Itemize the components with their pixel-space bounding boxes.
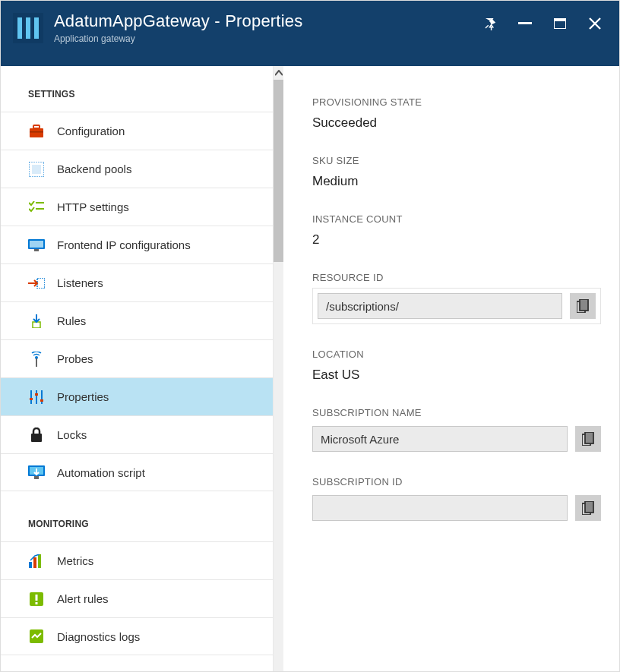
resource-id-field[interactable] [318, 293, 562, 319]
sidebar-item-alert-rules[interactable]: Alert rules [1, 579, 273, 617]
appgateway-logo-icon [11, 11, 45, 45]
sidebar-item-rules[interactable]: Rules [1, 301, 273, 339]
copy-subscription-name-button[interactable] [575, 426, 601, 452]
sidebar-item-label: Configuration [57, 125, 125, 137]
sidebar-item-label: Properties [57, 390, 109, 403]
maximize-button[interactable] [549, 13, 571, 34]
page-title: AdatumAppGateway - Properties [54, 11, 479, 31]
svg-rect-6 [554, 18, 566, 21]
copy-resource-id-button[interactable] [570, 293, 596, 319]
prop-label: PROVISIONING STATE [312, 96, 601, 108]
alert-icon [28, 591, 45, 607]
svg-rect-1 [17, 17, 22, 39]
svg-rect-31 [29, 562, 32, 568]
section-label-settings: SETTINGS [1, 89, 273, 112]
download-script-icon [28, 464, 45, 481]
lock-icon [28, 427, 45, 443]
header-title-block: AdatumAppGateway - Properties Applicatio… [45, 11, 479, 44]
pin-button[interactable] [479, 13, 501, 34]
sidebar-scrollbar[interactable] [273, 66, 283, 671]
sidebar-wrap: SETTINGS Configuration Backend pools [1, 66, 283, 671]
svg-rect-32 [33, 557, 36, 568]
sidebar-item-diagnostics-logs[interactable]: Diagnostics logs [1, 617, 273, 655]
checklist-icon [28, 199, 45, 216]
prop-instance-count: INSTANCE COUNT 2 [312, 213, 601, 248]
sidebar-item-label: Alert rules [57, 592, 109, 605]
copy-icon [577, 299, 589, 313]
copy-subscription-id-button[interactable] [575, 495, 601, 521]
sidebar-item-metrics[interactable]: Metrics [1, 541, 273, 579]
subscription-id-field[interactable] [312, 495, 568, 521]
copy-icon [582, 432, 594, 446]
svg-rect-13 [36, 208, 44, 210]
prop-label: SKU SIZE [312, 155, 601, 166]
svg-rect-8 [33, 125, 40, 128]
svg-rect-17 [37, 278, 45, 289]
sidebar-item-label: Listeners [57, 276, 103, 289]
sidebar-item-automation-script[interactable]: Automation script [1, 453, 273, 491]
sidebar-item-properties[interactable]: Properties [1, 377, 273, 415]
svg-rect-2 [26, 17, 30, 39]
svg-rect-41 [585, 432, 593, 443]
sidebar-item-configuration[interactable]: Configuration [1, 112, 273, 150]
sidebar-item-locks[interactable]: Locks [1, 415, 273, 453]
monitor-icon [28, 237, 45, 254]
svg-rect-35 [36, 595, 38, 601]
flow-in-icon [28, 275, 45, 292]
svg-rect-3 [34, 17, 39, 39]
prop-value: Medium [312, 174, 601, 189]
receive-icon [28, 313, 45, 330]
svg-rect-25 [35, 393, 38, 396]
svg-rect-20 [36, 358, 37, 367]
svg-rect-33 [38, 554, 41, 568]
sidebar-item-label: Locks [57, 428, 87, 441]
prop-value: Succeeded [312, 115, 601, 131]
prop-label: INSTANCE COUNT [312, 213, 601, 225]
antenna-icon [28, 351, 45, 368]
prop-label: SUBSCRIPTION NAME [312, 407, 601, 418]
diagnostics-icon [28, 628, 45, 645]
svg-rect-39 [580, 299, 588, 311]
scroll-up-icon[interactable] [274, 66, 283, 80]
prop-location: LOCATION East US [312, 349, 601, 383]
svg-rect-30 [34, 476, 39, 479]
window-controls [479, 11, 610, 34]
sidebar-item-backend-pools[interactable]: Backend pools [1, 150, 273, 188]
prop-subscription-id: SUBSCRIPTION ID [312, 476, 601, 521]
sliders-icon [28, 389, 45, 405]
sidebar-item-label: Rules [57, 314, 86, 327]
svg-rect-26 [40, 399, 43, 402]
properties-pane: PROVISIONING STATE Succeeded SKU SIZE Me… [283, 66, 619, 671]
prop-provisioning-state: PROVISIONING STATE Succeeded [312, 96, 601, 131]
sidebar-item-label: Probes [57, 352, 93, 365]
briefcase-icon [28, 123, 45, 140]
prop-sku-size: SKU SIZE Medium [312, 155, 601, 189]
sidebar-item-label: Frontend IP configurations [57, 238, 191, 251]
scroll-thumb[interactable] [274, 80, 283, 262]
prop-label: LOCATION [312, 349, 601, 360]
svg-rect-11 [32, 165, 41, 174]
prop-value: East US [312, 368, 601, 383]
blade-header: AdatumAppGateway - Properties Applicatio… [1, 1, 619, 66]
svg-rect-15 [30, 241, 43, 248]
section-label-monitoring: MONITORING [1, 519, 273, 541]
copy-icon [582, 501, 594, 515]
sidebar-item-probes[interactable]: Probes [1, 339, 273, 377]
sidebar-item-frontend-ip[interactable]: Frontend IP configurations [1, 226, 273, 263]
sidebar: SETTINGS Configuration Backend pools [1, 66, 273, 671]
svg-rect-16 [34, 249, 39, 251]
sidebar-item-http-settings[interactable]: HTTP settings [1, 188, 273, 226]
page-subtitle: Application gateway [54, 33, 479, 44]
sidebar-item-label: HTTP settings [57, 200, 129, 213]
main-split: SETTINGS Configuration Backend pools [1, 66, 619, 671]
close-button[interactable] [584, 13, 606, 34]
sidebar-item-label: Automation script [57, 466, 145, 479]
svg-rect-36 [36, 602, 38, 604]
svg-rect-27 [31, 434, 42, 442]
minimize-button[interactable] [514, 13, 536, 34]
sidebar-item-label: Metrics [57, 554, 93, 567]
sidebar-item-listeners[interactable]: Listeners [1, 263, 273, 301]
grid-icon [28, 161, 45, 178]
subscription-name-field[interactable] [312, 426, 568, 452]
prop-resource-id: RESOURCE ID [312, 272, 601, 324]
